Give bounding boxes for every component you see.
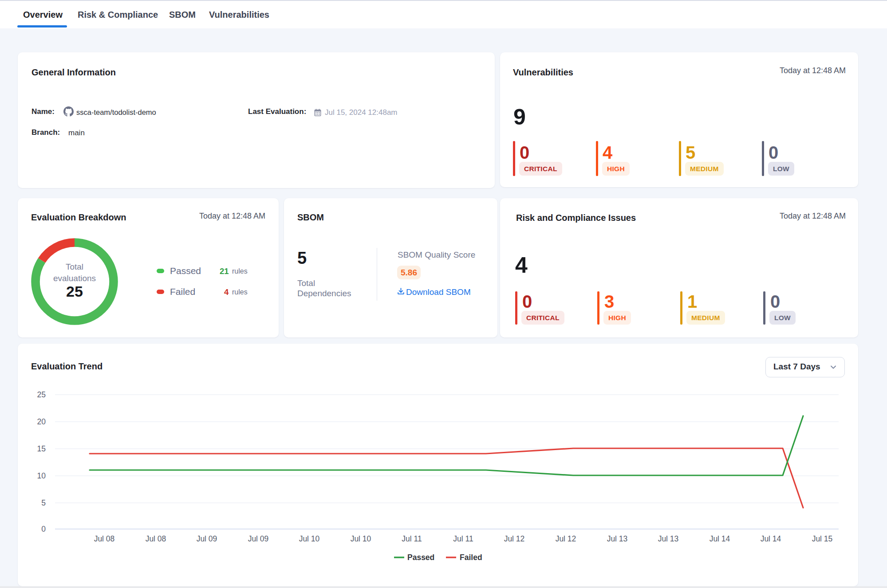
svg-text:Jul 12: Jul 12 xyxy=(504,534,525,543)
svg-text:Jul 08: Jul 08 xyxy=(94,534,115,543)
svg-text:Jul 11: Jul 11 xyxy=(453,534,473,543)
svg-text:15: 15 xyxy=(37,444,46,453)
svg-text:5: 5 xyxy=(41,498,46,507)
svg-text:25: 25 xyxy=(37,390,46,399)
svg-text:Jul 12: Jul 12 xyxy=(556,534,576,543)
svg-text:Jul 15: Jul 15 xyxy=(812,534,833,543)
svg-text:20: 20 xyxy=(37,417,46,426)
svg-text:Jul 14: Jul 14 xyxy=(761,534,781,543)
svg-text:0: 0 xyxy=(41,525,46,533)
svg-text:10: 10 xyxy=(37,471,46,480)
svg-text:Jul 13: Jul 13 xyxy=(607,534,628,543)
svg-text:Jul 08: Jul 08 xyxy=(146,534,166,543)
svg-text:Jul 13: Jul 13 xyxy=(658,534,679,543)
svg-text:Jul 10: Jul 10 xyxy=(299,534,320,543)
svg-text:Passed: Passed xyxy=(407,553,434,562)
svg-text:Jul 11: Jul 11 xyxy=(402,534,422,543)
svg-text:Jul 10: Jul 10 xyxy=(351,534,371,543)
svg-text:Failed: Failed xyxy=(460,553,482,562)
svg-text:Jul 14: Jul 14 xyxy=(710,534,730,543)
svg-text:Jul 09: Jul 09 xyxy=(197,534,217,543)
svg-text:Jul 09: Jul 09 xyxy=(248,534,269,543)
